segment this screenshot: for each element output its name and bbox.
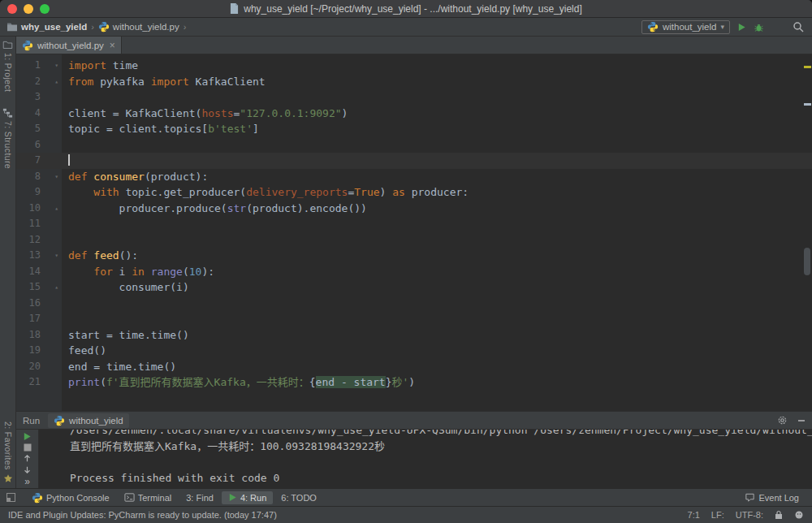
console-toolbar: »: [16, 430, 39, 488]
close-button[interactable]: [7, 4, 17, 14]
line-number: 15: [16, 279, 41, 296]
toolwindow-tab-terminal[interactable]: Terminal: [118, 491, 179, 504]
console-line: /Users/zenmen/.local/share/virtualenvs/w…: [70, 430, 812, 439]
code-line-16[interactable]: 16: [16, 296, 812, 312]
line-number: 1: [16, 58, 41, 74]
gutter: 4: [16, 106, 62, 122]
terminal-icon: [124, 492, 135, 503]
code-editor[interactable]: 1▾import time2▴from pykafka import Kafka…: [16, 54, 812, 411]
code-line-5[interactable]: 5topic = client.topics[b'test']: [16, 121, 812, 137]
more-button[interactable]: »: [24, 477, 30, 486]
code-text: client = KafkaClient(hosts="127.0.0.1:90…: [62, 106, 348, 122]
run-config-select[interactable]: without_yield ▾: [641, 20, 730, 34]
toolwindow-tab-label: Event Log: [758, 493, 799, 503]
code-line-1[interactable]: 1▾import time: [16, 58, 812, 74]
run-panel-title: Run: [23, 416, 40, 426]
code-line-15[interactable]: 15▴ consumer(i): [16, 279, 812, 296]
close-tab-icon[interactable]: ×: [110, 40, 115, 51]
fold-gutter: [41, 216, 62, 232]
down-button[interactable]: [23, 465, 32, 474]
console-line: [70, 454, 812, 470]
toolwindow-tab-4-run[interactable]: 4: Run: [222, 491, 273, 504]
code-line-18[interactable]: 18start = time.time(): [16, 327, 812, 344]
breadcrumb-item[interactable]: without_yield.py: [98, 21, 179, 32]
gutter: 7: [16, 153, 62, 169]
toolwindow-tab-3-find[interactable]: 3: Find: [179, 491, 220, 504]
editor-scrollbar-thumb[interactable]: [804, 248, 810, 275]
fold-start-icon[interactable]: ▾: [41, 58, 62, 74]
lock-icon[interactable]: [775, 510, 783, 520]
status-widgets: 7:1LF:UTF-8:: [688, 510, 804, 520]
python-icon: [22, 40, 33, 51]
code-line-7[interactable]: 7: [16, 153, 812, 169]
tool-windows-icon[interactable]: [6, 493, 15, 502]
tool-button-2-favorites[interactable]: 2: Favorites: [3, 421, 13, 483]
code-line-11[interactable]: 11: [16, 216, 812, 232]
fold-end-icon[interactable]: ▴: [41, 74, 62, 90]
tool-button-1-project[interactable]: 1: Project: [2, 40, 13, 92]
zoom-button[interactable]: [40, 4, 50, 14]
line-number: 20: [16, 359, 41, 375]
file-encoding[interactable]: UTF-8:: [736, 510, 763, 520]
console-output[interactable]: /Users/zenmen/.local/share/virtualenvs/w…: [39, 430, 812, 488]
code-line-9[interactable]: 9 with topic.get_producer(delivery_repor…: [16, 184, 812, 201]
code-line-21[interactable]: 21print(f'直到把所有数据塞入Kafka，一共耗时：{end - sta…: [16, 374, 812, 391]
status-message[interactable]: IDE and Plugin Updates: PyCharm is ready…: [8, 510, 277, 520]
run-tab[interactable]: without_yield: [48, 413, 128, 428]
gear-icon[interactable]: [777, 415, 788, 426]
fold-end-icon[interactable]: ▴: [41, 279, 62, 296]
tab-without-yield-py[interactable]: without_yield.py ×: [16, 37, 122, 54]
code-line-6[interactable]: 6: [16, 137, 812, 153]
code-line-10[interactable]: 10▴ producer.produce(str(product).encode…: [16, 201, 812, 217]
code-text: def consumer(product):: [62, 169, 208, 185]
fold-end-icon[interactable]: ▴: [41, 201, 62, 217]
fold-start-icon[interactable]: ▾: [41, 169, 62, 185]
code-line-4[interactable]: 4client = KafkaClient(hosts="127.0.0.1:9…: [16, 106, 812, 122]
minimize-button[interactable]: [24, 4, 33, 14]
tool-button-7-structure[interactable]: 7: Structure: [2, 108, 13, 169]
line-number: 13: [16, 248, 41, 264]
structure-icon: [2, 108, 13, 118]
code-line-8[interactable]: 8▾def consumer(product):: [16, 169, 812, 185]
toolwindow-tab-python-console[interactable]: Python Console: [25, 491, 116, 505]
run-button[interactable]: [737, 23, 746, 32]
caret-position[interactable]: 7:1: [688, 510, 700, 520]
code-line-12[interactable]: 12: [16, 232, 812, 249]
hide-panel-icon[interactable]: [797, 417, 806, 425]
tool-window-bar: Python ConsoleTerminal3: Find4: Run6: TO…: [0, 488, 812, 506]
line-separator[interactable]: LF:: [711, 510, 724, 520]
toolwindow-tab-6-todo[interactable]: 6: TODO: [274, 491, 323, 504]
code-text: consumer(i): [62, 279, 189, 296]
fold-gutter: [41, 121, 62, 137]
gutter: 11: [16, 216, 62, 232]
gutter: 14: [16, 264, 62, 280]
code-text: [62, 89, 68, 106]
gutter: 13▾: [16, 248, 62, 264]
toolwindow-tab-event-log[interactable]: Event Log: [738, 491, 806, 504]
line-number: 9: [16, 184, 41, 201]
line-number: 11: [16, 216, 41, 232]
fold-start-icon[interactable]: ▾: [41, 248, 62, 264]
up-button[interactable]: [23, 454, 32, 463]
search-everywhere-button[interactable]: [793, 21, 804, 32]
line-number: 6: [16, 137, 41, 153]
line-number: 4: [16, 106, 41, 122]
rerun-button[interactable]: [23, 432, 32, 441]
line-number: 3: [16, 89, 41, 106]
run-tab-label: without_yield: [69, 416, 123, 426]
code-line-13[interactable]: 13▾def feed():: [16, 248, 812, 264]
left-tool-stripe: 1: Project7: Structure 2: Favorites: [0, 37, 16, 488]
breadcrumb-item[interactable]: why_use_yield: [6, 22, 87, 32]
error-stripe-mark[interactable]: [804, 66, 811, 68]
code-line-17[interactable]: 17: [16, 311, 812, 327]
code-line-20[interactable]: 20end = time.time(): [16, 359, 812, 375]
code-line-2[interactable]: 2▴from pykafka import KafkaClient: [16, 74, 812, 90]
gutter: 12: [16, 232, 62, 249]
code-line-3[interactable]: 3: [16, 89, 812, 106]
code-line-14[interactable]: 14 for i in range(10):: [16, 264, 812, 280]
error-stripe-mark[interactable]: [804, 103, 811, 106]
hector-icon[interactable]: [794, 510, 804, 520]
stop-button[interactable]: [24, 443, 32, 452]
debug-button[interactable]: [754, 22, 764, 32]
code-line-19[interactable]: 19feed(): [16, 343, 812, 359]
